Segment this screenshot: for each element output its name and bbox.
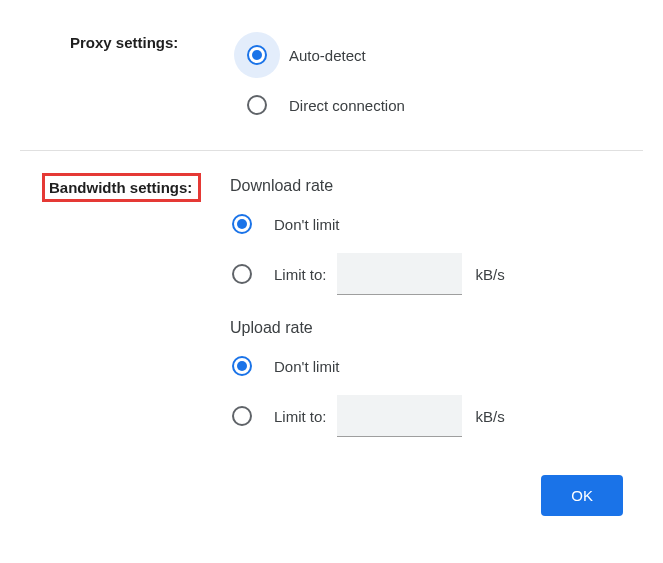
- upload-dont-limit-option[interactable]: Don't limit: [230, 341, 643, 391]
- upload-dont-limit-label: Don't limit: [274, 358, 339, 375]
- download-limit-option[interactable]: [230, 262, 254, 286]
- download-dont-limit-label: Don't limit: [274, 216, 339, 233]
- bandwidth-highlight: Bandwidth settings:: [42, 173, 201, 202]
- download-unit: kB/s: [476, 266, 505, 283]
- download-dont-limit-option[interactable]: Don't limit: [230, 199, 643, 249]
- proxy-direct-label: Direct connection: [289, 97, 405, 114]
- ok-button[interactable]: OK: [541, 475, 623, 516]
- bandwidth-label: Bandwidth settings:: [49, 179, 192, 196]
- radio-selected-icon: [245, 43, 269, 67]
- radio-selected-icon: [230, 354, 254, 378]
- upload-rate-heading: Upload rate: [230, 319, 643, 337]
- download-rate-heading: Download rate: [230, 177, 643, 195]
- radio-unselected-icon: [245, 93, 269, 117]
- download-limit-input[interactable]: [337, 253, 462, 295]
- proxy-label: Proxy settings:: [70, 34, 178, 51]
- proxy-section: Proxy settings: Auto-detect Direct conne…: [20, 20, 643, 150]
- upload-limit-label: Limit to:: [274, 408, 327, 425]
- proxy-auto-detect-option[interactable]: Auto-detect: [245, 30, 643, 80]
- upload-limit-option[interactable]: [230, 404, 254, 428]
- upload-limit-input[interactable]: [337, 395, 462, 437]
- radio-selected-icon: [230, 212, 254, 236]
- proxy-direct-option[interactable]: Direct connection: [245, 80, 643, 130]
- bandwidth-section: Bandwidth settings: Download rate Don't …: [20, 151, 643, 461]
- proxy-auto-detect-label: Auto-detect: [289, 47, 366, 64]
- dialog-footer: OK: [20, 461, 643, 516]
- download-limit-label: Limit to:: [274, 266, 327, 283]
- upload-unit: kB/s: [476, 408, 505, 425]
